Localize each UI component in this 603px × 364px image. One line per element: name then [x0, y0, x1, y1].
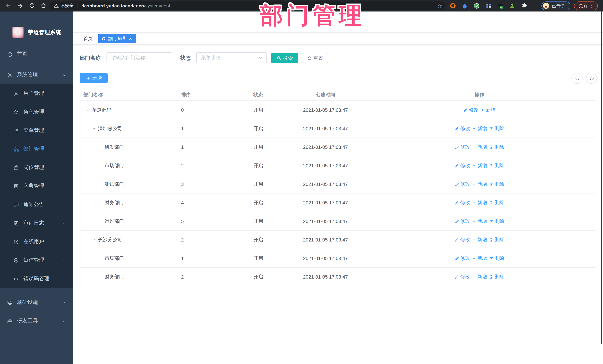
add-action-link[interactable]: 新增	[472, 162, 487, 169]
plus-icon	[472, 145, 476, 149]
delete-action-link[interactable]: 删除	[489, 273, 504, 280]
browser-forward-icon[interactable]	[17, 2, 23, 9]
edit-action-link[interactable]: 修改	[455, 144, 470, 150]
page-scrollbar[interactable]	[601, 11, 602, 344]
table-row: 深圳总公司1开启2021-01-05 17:03:47修改新增删除	[80, 119, 596, 138]
sidebar-item-基础设施[interactable]: 基础设施	[0, 293, 73, 312]
delete-action-link[interactable]: 删除	[489, 181, 504, 187]
edit-action-link[interactable]: 修改	[455, 218, 470, 224]
sidebar-item-label: 用户管理	[23, 90, 73, 97]
tree-icon	[13, 146, 19, 152]
plus-icon	[472, 182, 476, 186]
add-action-link[interactable]: 新增	[472, 125, 487, 132]
list-icon	[13, 128, 19, 133]
search-icon	[277, 55, 281, 60]
edit-action-link[interactable]: 修改	[455, 162, 470, 169]
tag-首页[interactable]: 首页	[80, 34, 96, 43]
add-action-link[interactable]: 新增	[472, 218, 487, 224]
add-action-link[interactable]: 新增	[472, 199, 487, 206]
add-action-link[interactable]: 新增	[472, 236, 487, 243]
browser-reload-icon[interactable]	[29, 3, 35, 9]
delete-action-link[interactable]: 删除	[489, 144, 504, 150]
col-header-status: 状态	[254, 92, 263, 98]
extension-green-check-icon[interactable]	[474, 3, 480, 9]
expand-chevron-icon[interactable]	[92, 238, 96, 242]
add-action-link[interactable]: 新增	[472, 255, 487, 262]
browser-profile-chip[interactable]: 已暂停	[541, 1, 570, 10]
extension-on-badge-icon[interactable]: on	[497, 3, 504, 9]
sidebar-item-label: 短信管理	[23, 257, 62, 264]
action-label: 删除	[494, 125, 504, 132]
col-header-name: 部门名称	[83, 92, 103, 98]
sidebar-item-角色管理[interactable]: 角色管理	[0, 103, 73, 121]
created-cell: 2021-01-05 17:03:47	[303, 126, 348, 131]
table-row: 运维部门5开启2021-01-05 17:03:47修改新增删除	[80, 212, 596, 231]
add-action-link[interactable]: 新增	[472, 144, 487, 150]
add-action-link[interactable]: 新增	[472, 273, 487, 280]
status-select[interactable]: 菜单状态	[196, 52, 267, 63]
sidebar-item-系统管理[interactable]: 系统管理	[0, 66, 73, 84]
bookmark-star-icon[interactable]: ☆	[437, 3, 442, 9]
delete-action-link[interactable]: 删除	[489, 162, 504, 169]
app-logo[interactable]: 芋道管理系统	[12, 27, 61, 38]
sort-cell: 2	[181, 163, 184, 168]
close-icon[interactable]	[128, 36, 132, 41]
sidebar-item-字典管理[interactable]: 字典管理	[0, 177, 73, 195]
extension-grid-icon[interactable]	[485, 3, 492, 9]
sidebar-item-审计日志[interactable]: 审计日志	[0, 214, 73, 232]
reset-button[interactable]: 重置	[302, 53, 328, 63]
browser-menu-icon[interactable]	[591, 4, 592, 8]
trash-icon	[489, 275, 493, 279]
extension-orange-ring-icon[interactable]	[450, 3, 456, 9]
add-action-link[interactable]: 新增	[480, 107, 496, 113]
sidebar-item-错误码管理[interactable]: 错误码管理	[0, 269, 73, 288]
sidebar-item-岗位管理[interactable]: 岗位管理	[0, 158, 73, 177]
expand-chevron-icon[interactable]	[86, 108, 90, 112]
sidebar-item-短信管理[interactable]: 短信管理	[0, 251, 73, 269]
edit-action-link[interactable]: 修改	[455, 199, 470, 206]
refresh-table-button[interactable]	[586, 73, 597, 84]
row-actions: 修改新增删除	[455, 218, 504, 224]
sidebar-item-部门管理[interactable]: 部门管理	[0, 140, 73, 158]
active-dot-icon	[102, 37, 105, 40]
tag-部门管理[interactable]: 部门管理	[98, 34, 136, 43]
expand-chevron-icon[interactable]	[92, 127, 96, 130]
sidebar: 芋道管理系统 首页系统管理用户管理角色管理菜单管理部门管理岗位管理字典管理通知公…	[0, 11, 73, 364]
delete-action-link[interactable]: 删除	[489, 199, 504, 206]
delete-action-link[interactable]: 删除	[489, 125, 504, 132]
sidebar-item-在线用户[interactable]: 在线用户	[0, 232, 73, 251]
show-search-toggle-button[interactable]	[571, 73, 583, 84]
edit-icon	[463, 108, 468, 112]
sidebar-item-首页[interactable]: 首页	[0, 45, 73, 63]
extension-puzzle-icon[interactable]	[521, 3, 527, 9]
extension-green-person-icon[interactable]	[509, 3, 515, 9]
browser-back-icon[interactable]	[5, 2, 12, 9]
sidebar-item-菜单管理[interactable]: 菜单管理	[0, 121, 73, 140]
edit-action-link[interactable]: 修改	[455, 236, 470, 243]
row-actions: 修改新增删除	[455, 125, 504, 132]
row-actions: 修改新增删除	[455, 144, 504, 150]
sidebar-item-通知公告[interactable]: 通知公告	[0, 195, 73, 214]
edit-action-link[interactable]: 修改	[455, 125, 470, 132]
edit-icon	[455, 126, 459, 131]
browser-update-button[interactable]: 更新	[574, 1, 598, 10]
browser-home-icon[interactable]	[40, 3, 46, 9]
sidebar-item-研发工具[interactable]: 研发工具	[0, 312, 73, 330]
add-button[interactable]: 新增	[80, 73, 108, 83]
table-header-row: 部门名称 排序 状态 创建时间 操作	[80, 88, 596, 101]
sidebar-item-用户管理[interactable]: 用户管理	[0, 84, 73, 103]
delete-action-link[interactable]: 删除	[489, 255, 504, 262]
extension-blue-drop-icon[interactable]	[462, 3, 468, 9]
delete-action-link[interactable]: 删除	[489, 218, 504, 224]
delete-action-link[interactable]: 删除	[489, 236, 504, 243]
edit-action-link[interactable]: 修改	[455, 273, 470, 280]
plus-icon	[86, 76, 90, 80]
search-button[interactable]: 搜索	[271, 53, 298, 63]
edit-action-link[interactable]: 修改	[455, 255, 470, 262]
add-action-link[interactable]: 新增	[472, 181, 487, 187]
dept-name-input[interactable]: 请输入部门名称	[106, 52, 172, 63]
address-bar[interactable]: 不安全 dashboard.yudao.iocoder.cn/system/de…	[49, 1, 446, 10]
edit-action-link[interactable]: 修改	[463, 107, 478, 113]
sidebar-item-label: 部门管理	[23, 146, 73, 152]
edit-action-link[interactable]: 修改	[455, 181, 470, 187]
